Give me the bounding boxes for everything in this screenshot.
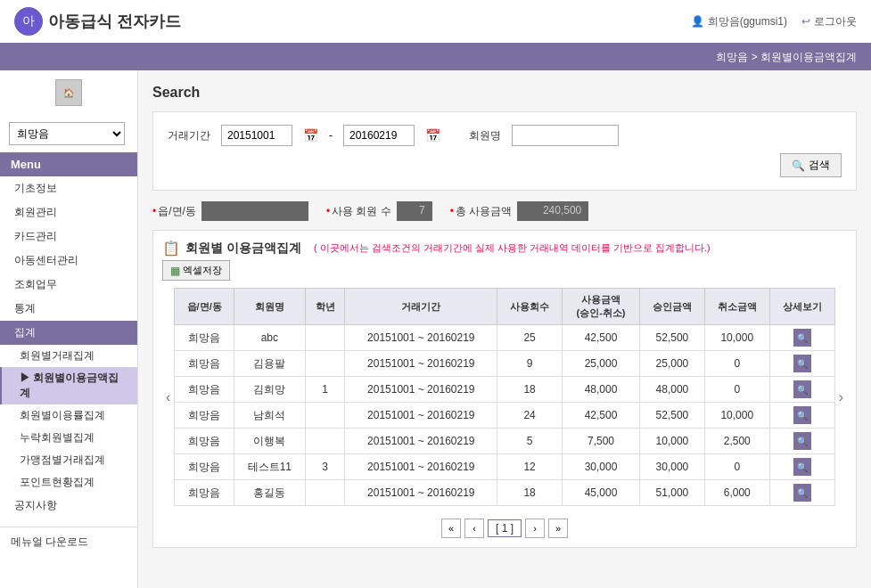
table-row: 희망음 홍길동 20151001 ~ 20160219 18 45,000 51… bbox=[175, 480, 834, 506]
page-first-button[interactable]: « bbox=[441, 519, 461, 538]
sidebar-download[interactable]: 메뉴얼 다운로드 bbox=[0, 527, 137, 557]
breadcrumb: 희망음 > 회원별이용금액집계 bbox=[0, 45, 871, 70]
cell-count: 5 bbox=[497, 429, 563, 454]
cell-amount: 30,000 bbox=[563, 454, 640, 480]
cell-period: 20151001 ~ 20160219 bbox=[345, 429, 497, 454]
table-title-icon: 📋 bbox=[162, 240, 180, 257]
user-name: 희망음(ggumsi1) bbox=[708, 14, 787, 29]
table-title: 회원별 이용금액집계 bbox=[185, 241, 301, 257]
sidebar: 🏠 희망음 Menu 기초정보 회원관리 카드관리 아동센터관리 조회업무 통계… bbox=[0, 70, 138, 588]
sidebar-item-inquiry[interactable]: 조회업무 bbox=[0, 273, 137, 297]
search-btn-row: 🔍 검색 bbox=[168, 153, 842, 177]
logo-text: 아동급식 전자카드 bbox=[48, 11, 181, 32]
summary-bar: 읍/면/동 사용 회원 수 7 총 사용금액 240,500 bbox=[152, 201, 857, 221]
date-separator: - bbox=[329, 129, 333, 142]
cell-eup: 희망음 bbox=[175, 480, 234, 506]
search-date-row: 거래기간 📅 - 📅 회원명 bbox=[168, 125, 842, 146]
excel-button[interactable]: ▦ 엑셀저장 bbox=[162, 260, 230, 281]
summary-eup: 읍/면/동 bbox=[152, 201, 308, 221]
cell-name: 김용팔 bbox=[234, 351, 305, 377]
cell-canceled: 2,500 bbox=[704, 429, 769, 454]
cell-amount: 45,000 bbox=[563, 480, 640, 506]
cell-eup: 희망음 bbox=[175, 403, 234, 429]
date-label: 거래기간 bbox=[168, 128, 210, 143]
detail-button[interactable]: 🔍 bbox=[793, 484, 811, 502]
detail-button[interactable]: 🔍 bbox=[793, 329, 811, 347]
table-nav: ‹ 읍/면/동 회원명 학년 거래기간 사용회수 사용금액(승인-취소) 승인금 bbox=[162, 288, 847, 506]
member-input[interactable] bbox=[512, 125, 619, 146]
total-amount-label: 총 사용금액 bbox=[450, 204, 513, 219]
logout-button[interactable]: ↩ 로그아웃 bbox=[801, 14, 857, 29]
sidebar-item-center[interactable]: 아동센터관리 bbox=[0, 249, 137, 273]
summary-total-amount: 총 사용금액 240,500 bbox=[450, 201, 589, 221]
cell-period: 20151001 ~ 20160219 bbox=[345, 325, 497, 351]
calendar-to-icon[interactable]: 📅 bbox=[425, 128, 440, 143]
table-subtitle: ( 이곳에서는 검색조건의 거래기간에 실제 사용한 거래내역 데이터를 기반으… bbox=[314, 241, 711, 255]
sidebar-item-card[interactable]: 카드관리 bbox=[0, 225, 137, 249]
member-count-label: 사용 회원 수 bbox=[326, 204, 391, 219]
sidebar-sub-member-trade[interactable]: 회원별거래집계 bbox=[0, 345, 137, 367]
cell-amount: 25,000 bbox=[563, 351, 640, 377]
detail-button[interactable]: 🔍 bbox=[793, 380, 811, 398]
area-select[interactable]: 희망음 bbox=[9, 122, 125, 145]
eup-label: 읍/면/동 bbox=[152, 204, 196, 219]
cell-canceled: 0 bbox=[704, 377, 769, 403]
user-info: 👤 희망음(ggumsi1) bbox=[691, 14, 787, 29]
page-last-button[interactable]: » bbox=[548, 519, 568, 538]
detail-button[interactable]: 🔍 bbox=[793, 406, 811, 424]
sidebar-logo: 🏠 bbox=[0, 70, 137, 115]
sidebar-item-stats[interactable]: 통계 bbox=[0, 297, 137, 321]
sidebar-item-notice[interactable]: 공지사항 bbox=[0, 494, 137, 518]
date-to-input[interactable] bbox=[343, 125, 415, 146]
sidebar-sub-missing-member[interactable]: 누락회원별집계 bbox=[0, 427, 137, 449]
sidebar-sub-member-amount[interactable]: ▶ 회원별이용금액집계 bbox=[0, 367, 137, 404]
page-prev-button[interactable]: ‹ bbox=[464, 519, 484, 538]
cell-approved: 10,000 bbox=[639, 429, 704, 454]
cell-eup: 희망음 bbox=[175, 377, 234, 403]
cell-grade: 1 bbox=[305, 377, 345, 403]
sidebar-item-member[interactable]: 회원관리 bbox=[0, 200, 137, 225]
breadcrumb-text: 희망음 > 회원별이용금액집계 bbox=[716, 51, 857, 63]
menu-title: Menu bbox=[0, 152, 137, 176]
logout-icon: ↩ bbox=[801, 15, 810, 28]
cell-count: 12 bbox=[497, 454, 563, 480]
main-content: Search 거래기간 📅 - 📅 회원명 🔍 검색 bbox=[138, 70, 871, 588]
cell-detail: 🔍 bbox=[769, 429, 834, 454]
cell-canceled: 0 bbox=[704, 351, 769, 377]
sidebar-item-aggregate[interactable]: 집계 bbox=[0, 321, 137, 345]
cell-canceled: 0 bbox=[704, 454, 769, 480]
page-next-button[interactable]: › bbox=[525, 519, 545, 538]
cell-eup: 희망음 bbox=[175, 351, 234, 377]
search-button[interactable]: 🔍 검색 bbox=[780, 153, 842, 177]
excel-icon: ▦ bbox=[170, 265, 180, 277]
detail-button[interactable]: 🔍 bbox=[793, 432, 811, 450]
cell-grade bbox=[305, 351, 345, 377]
col-eup: 읍/면/동 bbox=[175, 289, 234, 325]
sidebar-sub-merchant-trade[interactable]: 가맹점별거래집계 bbox=[0, 449, 137, 471]
calendar-from-icon[interactable]: 📅 bbox=[303, 128, 318, 143]
cell-count: 18 bbox=[497, 480, 563, 506]
cell-period: 20151001 ~ 20160219 bbox=[345, 351, 497, 377]
table-section: 📋 회원별 이용금액집계 ( 이곳에서는 검색조건의 거래기간에 실제 사용한 … bbox=[152, 230, 857, 548]
table-row: 희망음 이행복 20151001 ~ 20160219 5 7,500 10,0… bbox=[175, 429, 834, 454]
sidebar-item-basic-info[interactable]: 기초정보 bbox=[0, 176, 137, 200]
cell-name: 이행복 bbox=[234, 429, 305, 454]
cell-grade bbox=[305, 429, 345, 454]
col-detail: 상세보기 bbox=[769, 289, 834, 325]
cell-amount: 42,500 bbox=[563, 325, 640, 351]
table-next-arrow[interactable]: › bbox=[835, 386, 847, 409]
cell-count: 24 bbox=[497, 403, 563, 429]
date-from-input[interactable] bbox=[221, 125, 292, 146]
table-row: 희망음 테스트11 3 20151001 ~ 20160219 12 30,00… bbox=[175, 454, 834, 480]
detail-button[interactable]: 🔍 bbox=[793, 458, 811, 476]
sidebar-home-icon: 🏠 bbox=[55, 79, 82, 106]
table-prev-arrow[interactable]: ‹ bbox=[162, 386, 174, 409]
sidebar-sub-member-rate[interactable]: 회원별이용률집계 bbox=[0, 404, 137, 427]
detail-button[interactable]: 🔍 bbox=[793, 355, 811, 372]
col-amount: 사용금액(승인-취소) bbox=[563, 289, 640, 325]
cell-detail: 🔍 bbox=[769, 403, 834, 429]
cell-count: 9 bbox=[497, 351, 563, 377]
cell-period: 20151001 ~ 20160219 bbox=[345, 454, 497, 480]
header: 아 아동급식 전자카드 👤 희망음(ggumsi1) ↩ 로그아웃 bbox=[0, 0, 871, 45]
sidebar-sub-point[interactable]: 포인트현황집계 bbox=[0, 471, 137, 494]
